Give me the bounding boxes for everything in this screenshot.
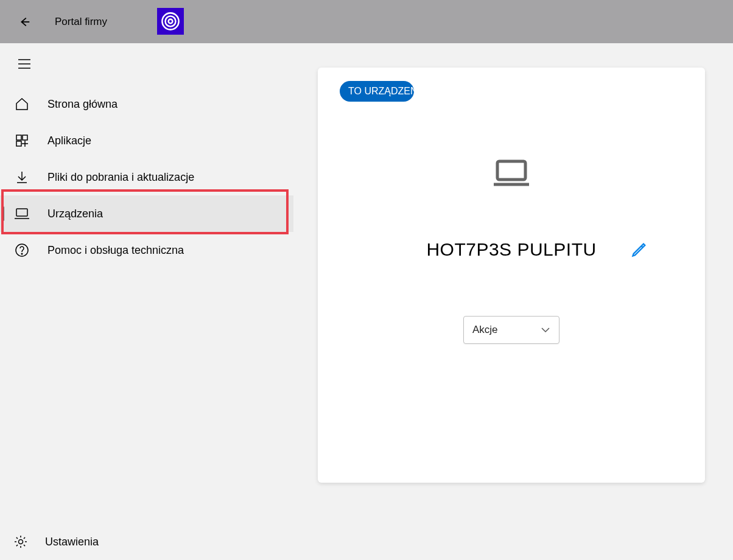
actions-dropdown[interactable]: Akcje xyxy=(463,316,559,344)
svg-rect-7 xyxy=(23,135,27,140)
svg-point-12 xyxy=(19,540,23,544)
chevron-down-icon xyxy=(541,327,550,333)
actions-label: Akcje xyxy=(472,324,498,336)
device-name: HOT7P3S PULPITU xyxy=(426,239,596,260)
sidebar-item-help[interactable]: Pomoc i obsługa techniczna xyxy=(0,232,293,268)
sidebar-item-label: Aplikacje xyxy=(47,135,91,147)
main-content: TO URZĄDZENI HOT7P3S PULPITU Akcje xyxy=(293,43,733,560)
svg-rect-8 xyxy=(16,141,21,146)
svg-point-11 xyxy=(21,253,23,254)
sidebar-item-home[interactable]: Strona główna xyxy=(0,86,293,122)
sidebar-item-label: Ustawienia xyxy=(45,536,99,548)
sidebar: Strona główna Aplikacje P xyxy=(0,43,293,560)
svg-rect-13 xyxy=(497,161,525,180)
device-name-row: HOT7P3S PULPITU xyxy=(318,239,705,260)
download-icon xyxy=(13,169,30,186)
apps-icon xyxy=(13,132,30,149)
sidebar-item-apps[interactable]: Aplikacje xyxy=(0,122,293,159)
svg-rect-6 xyxy=(16,135,21,140)
device-card: TO URZĄDZENI HOT7P3S PULPITU Akcje xyxy=(318,68,705,483)
hamburger-icon xyxy=(18,59,30,69)
sidebar-item-label: Urządzenia xyxy=(47,208,103,220)
app-title: Portal firmy xyxy=(55,16,107,28)
svg-point-2 xyxy=(169,19,173,24)
laptop-icon xyxy=(13,205,30,222)
svg-rect-9 xyxy=(16,209,27,216)
help-icon xyxy=(13,242,30,259)
back-button[interactable] xyxy=(12,10,37,34)
pencil-icon xyxy=(631,241,648,258)
svg-point-1 xyxy=(166,16,176,27)
sidebar-item-label: Pomoc i obsługa techniczna xyxy=(47,244,184,257)
sidebar-item-downloads[interactable]: Pliki do pobrania i aktualizacje xyxy=(0,159,293,195)
arrow-left-icon xyxy=(18,15,31,29)
this-device-badge: TO URZĄDZENI xyxy=(340,81,414,102)
spiral-icon xyxy=(160,11,181,32)
device-large-icon xyxy=(493,159,530,187)
gear-icon xyxy=(13,534,28,549)
app-logo xyxy=(157,8,184,35)
hamburger-button[interactable] xyxy=(10,49,39,79)
sidebar-item-devices[interactable]: Urządzenia xyxy=(0,195,293,232)
sidebar-item-label: Strona główna xyxy=(47,98,117,111)
laptop-icon xyxy=(493,159,530,187)
sidebar-item-label: Pliki do pobrania i aktualizacje xyxy=(47,171,194,184)
sidebar-item-settings[interactable]: Ustawienia xyxy=(0,523,293,560)
home-icon xyxy=(13,96,30,113)
edit-name-button[interactable] xyxy=(631,241,648,258)
title-bar: Portal firmy xyxy=(0,0,733,43)
